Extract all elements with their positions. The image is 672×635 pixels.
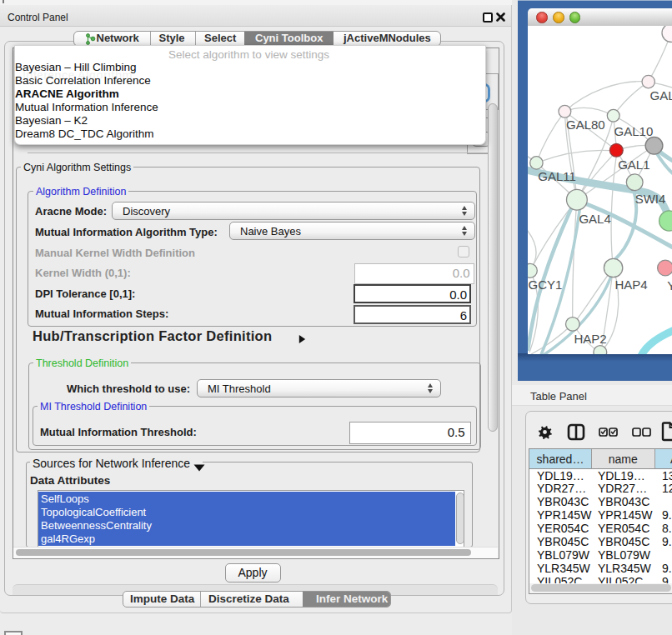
svg-text:GAL8: GAL8 <box>650 88 672 102</box>
svg-text:YIL0: YIL0 <box>667 278 672 292</box>
svg-text:GCY1: GCY1 <box>529 278 563 292</box>
svg-text:HAP2: HAP2 <box>574 332 606 346</box>
svg-text:GAL4: GAL4 <box>579 212 610 226</box>
svg-text:HAP4: HAP4 <box>614 278 647 292</box>
svg-text:GAL80: GAL80 <box>566 118 605 132</box>
svg-text:GAL10: GAL10 <box>614 124 654 138</box>
svg-text:GAL11: GAL11 <box>538 169 576 183</box>
svg-text:GAL1: GAL1 <box>618 158 649 172</box>
svg-text:SWI4: SWI4 <box>635 192 666 206</box>
